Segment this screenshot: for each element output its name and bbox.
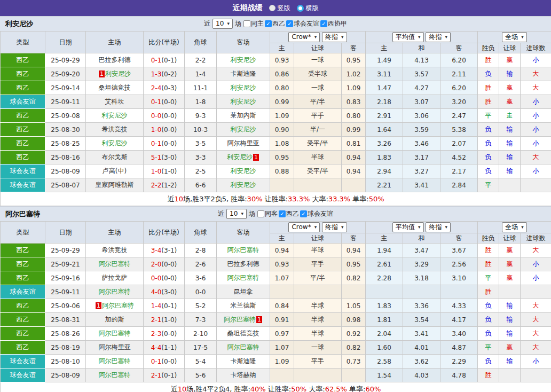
score: 2-2(1-2) (144, 178, 185, 192)
scope-select[interactable]: 全场▾ (502, 222, 527, 232)
match-row: 西乙25-09-201利安尼沙1-3(0-2)1-4卡斯迪隆0.86受半球1.0… (1, 67, 551, 81)
col-handicap-result: 赢 (499, 244, 521, 257)
match-type-badge: 西乙 (1, 67, 45, 81)
filter-checkbox-同客[interactable]: 同客 (257, 209, 278, 218)
filter-checkbox-西乙[interactable]: ✓西乙 (265, 19, 285, 28)
match-date: 25-09-29 (45, 244, 86, 257)
col-result: 胜负 (478, 43, 499, 53)
filter-checkbox-西协甲[interactable]: ✓西协甲 (320, 19, 347, 28)
average-select[interactable]: 平均值▾ (392, 222, 424, 232)
match-date: 25-09-14 (45, 81, 86, 95)
match-row: 球会友谊25-08-09卢高(中)1-0(1-0)2-5利安尼沙0.88受平/半… (1, 164, 551, 178)
match-count-select[interactable]: 10 ▾ (212, 19, 233, 29)
col-date: 日期 (45, 222, 86, 244)
radio-horizontal-icon[interactable] (297, 5, 304, 12)
team-label: 利安尼沙 (231, 84, 256, 91)
filter-checkbox-同主[interactable]: 同主 (243, 19, 264, 28)
avg-home: 1.60 (366, 341, 403, 355)
odds-home: 0.97 (270, 327, 294, 341)
filter-checkbox-球会友谊[interactable]: ✓球会友谊 (300, 209, 333, 218)
away-team: 利安尼沙 (217, 81, 270, 95)
bookmaker-select[interactable]: Crow*▾ (288, 222, 320, 232)
col-goals: 大 (521, 327, 551, 341)
avg-home (366, 285, 403, 299)
checkbox-icon[interactable]: ✓ (300, 210, 307, 217)
filter-bar: 利安尼沙 近 10 ▾ 场 同主✓西乙✓球会友谊✓西协甲 (0, 16, 551, 31)
avg-draw: 4.13 (403, 53, 440, 67)
col-goals: 进球数 (521, 233, 551, 244)
chevron-down-icon: ▾ (341, 33, 344, 41)
match-row: 西乙25-08-16布尔戈斯5-1(3-0)3-3利安尼沙10.95半球0.94… (1, 151, 551, 164)
match-date: 25-08-07 (45, 178, 86, 192)
away-team: 阿尔梅里亚 (217, 137, 270, 151)
checkbox-icon[interactable] (243, 20, 250, 27)
home-team: 1阿尔巴塞特 (86, 299, 144, 313)
odds-handicap: 一球 (294, 341, 342, 355)
corners: 5-6 (185, 369, 217, 382)
team-name: 利安尼沙 (5, 19, 33, 29)
filter-checkbox-group: 同主✓西乙✓球会友谊✓西协甲 (243, 19, 347, 28)
col-handicap-result: 输 (499, 299, 521, 313)
odds-stage-select[interactable]: 终指▾ (322, 32, 347, 42)
col-result: 负 (478, 123, 499, 137)
checkbox-icon[interactable]: ✓ (265, 20, 272, 27)
scope-select[interactable]: 全场▾ (502, 32, 527, 42)
col-result: 负 (478, 151, 499, 164)
team-label: 阿尔巴塞特 (99, 260, 131, 268)
col-goals: 小 (521, 164, 551, 178)
col-handicap-result: 赢 (499, 81, 521, 95)
score: 2-4(0-3) (144, 81, 185, 95)
col-corner: 角球 (185, 222, 217, 244)
checkbox-icon[interactable] (257, 210, 264, 217)
chevron-down-icon: ▾ (241, 210, 243, 218)
avg-draw: 和 (403, 43, 440, 53)
red-card-badge: 1 (96, 302, 101, 309)
home-team: 阿尔梅里亚 (86, 341, 144, 355)
odds-home: 0.80 (270, 81, 294, 95)
match-type-badge: 球会友谊 (1, 369, 45, 382)
match-date: 25-08-16 (45, 151, 86, 164)
avg-home: 主 (366, 43, 403, 53)
bookmaker-select[interactable]: Crow*▾ (288, 32, 320, 42)
filter-checkbox-球会友谊[interactable]: ✓球会友谊 (286, 19, 319, 28)
odds-home: 主 (270, 233, 294, 244)
avg-stage-select[interactable]: 终指▾ (426, 222, 451, 232)
match-row: 西乙25-09-29希洪竞技3-4(3-1)2-8阿尔巴塞特0.94半球0.94… (1, 244, 551, 257)
checkbox-icon[interactable]: ✓ (286, 20, 293, 27)
odds-handicap: 受平/半 (294, 137, 342, 151)
avg-draw: 3.59 (403, 123, 440, 137)
corners: 3-3 (185, 151, 217, 164)
avg-draw: 4.01 (403, 341, 440, 355)
avg-stage-select[interactable]: 终指▾ (426, 32, 451, 42)
away-team: 利安尼沙1 (217, 151, 270, 164)
col-handicap-result: 输 (499, 151, 521, 164)
corners: 1-8 (185, 95, 217, 109)
col-goals: 进球数 (521, 43, 551, 53)
match-date: 25-09-11 (45, 285, 86, 299)
team-name: 阿尔巴塞特 (5, 209, 40, 219)
match-date: 25-08-10 (45, 355, 86, 369)
corners: 2-2 (185, 53, 217, 67)
layout-option-vertical[interactable]: 竖版 (269, 4, 290, 13)
odds-stage-select[interactable]: 终指▾ (322, 222, 347, 232)
avg-draw: 4.03 (403, 369, 440, 382)
average-select[interactable]: 平均值▾ (392, 32, 424, 42)
match-date: 25-09-16 (45, 271, 86, 285)
layout-option-horizontal[interactable]: 横版 (297, 4, 319, 13)
team-section-lianisha: 利安尼沙 近 10 ▾ 场 同主✓西乙✓球会友谊✓西协甲 类型 (0, 16, 551, 206)
odds-handicap: 平手 (294, 109, 342, 123)
col-score: 比分(半场) (144, 222, 185, 244)
score: 4-0(3-0) (144, 285, 185, 299)
col-result: 胜 (478, 95, 499, 109)
filter-checkbox-西乙[interactable]: ✓西乙 (279, 209, 299, 218)
team-label: 卡斯迪隆 (231, 357, 256, 365)
match-count-select[interactable]: 10 ▾ (226, 209, 247, 219)
avg-home: 1.81 (366, 313, 403, 327)
match-type-badge: 西乙 (1, 137, 45, 151)
checkbox-icon[interactable]: ✓ (279, 210, 286, 217)
radio-vertical-icon[interactable] (269, 5, 276, 11)
away-team: 卡斯迪隆 (217, 67, 270, 81)
score: 0-1(0-0) (144, 355, 185, 369)
team-label: 阿尔梅里亚 (227, 139, 259, 147)
checkbox-icon[interactable]: ✓ (320, 20, 327, 27)
